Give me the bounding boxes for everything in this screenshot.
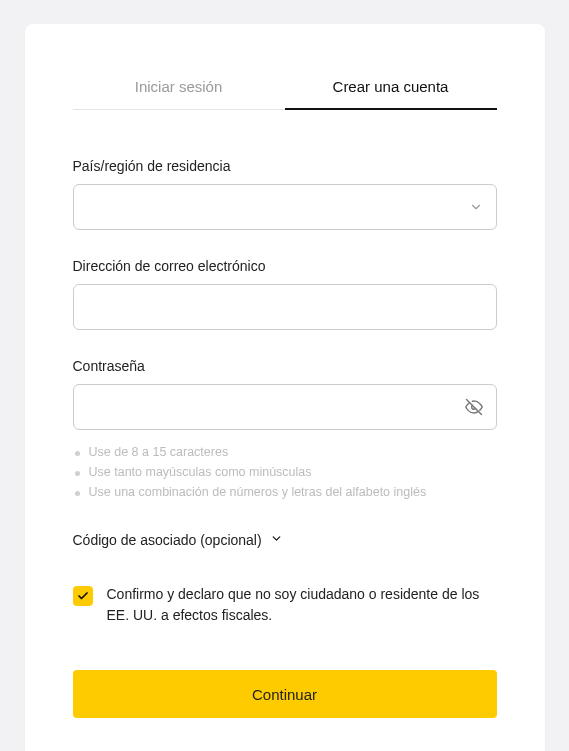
declaration-text: Confirmo y declaro que no soy ciudadano … — [107, 584, 497, 626]
password-label: Contraseña — [73, 358, 497, 374]
country-select-wrap — [73, 184, 497, 230]
country-field-group: País/región de residencia — [73, 158, 497, 230]
password-field-group: Contraseña Use de 8 a 15 caracteres Use … — [73, 358, 497, 502]
tab-login[interactable]: Iniciar sesión — [73, 64, 285, 109]
email-label: Dirección de correo electrónico — [73, 258, 497, 274]
signup-card: Iniciar sesión Crear una cuenta País/reg… — [25, 24, 545, 751]
chevron-down-icon — [270, 532, 283, 548]
password-hint: Use de 8 a 15 caracteres — [73, 442, 497, 462]
email-field-group: Dirección de correo electrónico — [73, 258, 497, 330]
associate-code-toggle[interactable]: Código de asociado (opcional) — [73, 532, 497, 548]
password-hint: Use tanto mayúsculas como minúsculas — [73, 462, 497, 482]
password-hints: Use de 8 a 15 caracteres Use tanto mayús… — [73, 442, 497, 502]
tab-signup[interactable]: Crear una cuenta — [285, 64, 497, 109]
declaration-row: Confirmo y declaro que no soy ciudadano … — [73, 584, 497, 626]
password-field[interactable] — [73, 384, 497, 430]
country-label: País/región de residencia — [73, 158, 497, 174]
associate-code-label: Código de asociado (opcional) — [73, 532, 262, 548]
country-select[interactable] — [73, 184, 497, 230]
continue-button[interactable]: Continuar — [73, 670, 497, 718]
auth-tabs: Iniciar sesión Crear una cuenta — [73, 64, 497, 110]
check-icon — [77, 590, 89, 602]
declaration-checkbox[interactable] — [73, 586, 93, 606]
chevron-down-icon[interactable] — [469, 200, 483, 214]
password-hint: Use una combinación de números y letras … — [73, 482, 497, 502]
eye-off-icon[interactable] — [465, 398, 483, 416]
email-field[interactable] — [73, 284, 497, 330]
